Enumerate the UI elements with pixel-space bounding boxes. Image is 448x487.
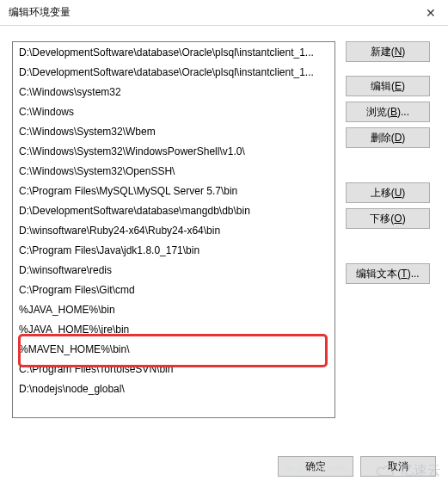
edit-text-button[interactable]: 编辑文本(T)... [346, 263, 430, 284]
titlebar: 编辑环境变量 ✕ [0, 0, 448, 26]
list-item[interactable]: C:\Windows\System32\Wbem [14, 122, 334, 142]
list-item[interactable]: C:\Program Files\Git\cmd [14, 280, 334, 300]
move-down-button[interactable]: 下移(O) [346, 208, 430, 229]
move-up-button[interactable]: 上移(U) [346, 182, 430, 203]
dialog-content: D:\DevelopmentSoftware\database\Oracle\p… [0, 26, 448, 427]
ok-button[interactable]: 确定 [278, 456, 353, 477]
close-icon: ✕ [426, 6, 436, 20]
browse-button[interactable]: 浏览(B)... [346, 102, 430, 122]
list-item[interactable]: C:\Windows [14, 102, 334, 122]
list-item[interactable]: %JAVA_HOME%\jre\bin [14, 320, 334, 340]
window-title: 编辑环境变量 [9, 5, 71, 20]
list-item[interactable]: C:\Windows\system32 [14, 83, 334, 102]
delete-button[interactable]: 删除(D) [346, 127, 430, 148]
list-item[interactable]: %JAVA_HOME%\bin [14, 300, 334, 320]
list-item[interactable]: %MAVEN_HOME%\bin\ [14, 340, 334, 360]
list-item[interactable]: C:\Windows\System32\OpenSSH\ [14, 162, 334, 182]
path-listbox[interactable]: D:\DevelopmentSoftware\database\Oracle\p… [12, 41, 335, 418]
list-item[interactable]: D:\DevelopmentSoftware\database\mangdb\d… [14, 201, 334, 221]
list-item[interactable]: D:\DevelopmentSoftware\database\Oracle\p… [14, 63, 334, 83]
cancel-button[interactable]: 取消 [360, 456, 436, 477]
close-button[interactable]: ✕ [420, 3, 441, 23]
list-item[interactable]: D:\nodejs\node_global\ [14, 379, 334, 399]
edit-button[interactable]: 编辑(E) [346, 76, 430, 96]
list-item[interactable]: C:\Program Files\TortoiseSVN\bin [14, 360, 334, 379]
list-item[interactable]: C:\Program Files\Java\jdk1.8.0_171\bin [14, 241, 334, 261]
list-item[interactable]: C:\Windows\System32\WindowsPowerShell\v1… [14, 142, 334, 162]
list-item[interactable]: D:\winsoftware\redis [14, 261, 334, 280]
dialog-footer: 确定 取消 [278, 456, 436, 477]
list-item[interactable]: D:\DevelopmentSoftware\database\Oracle\p… [14, 43, 334, 63]
new-button[interactable]: 新建(N) [346, 41, 430, 62]
list-item[interactable]: D:\winsoftware\Ruby24-x64\Ruby24-x64\bin [14, 221, 334, 241]
list-item[interactable]: C:\Program Files\MySQL\MySQL Server 5.7\… [14, 182, 334, 201]
side-button-panel: 新建(N) 编辑(E) 浏览(B)... 删除(D) 上移(U) 下移(O) 编… [346, 41, 430, 418]
